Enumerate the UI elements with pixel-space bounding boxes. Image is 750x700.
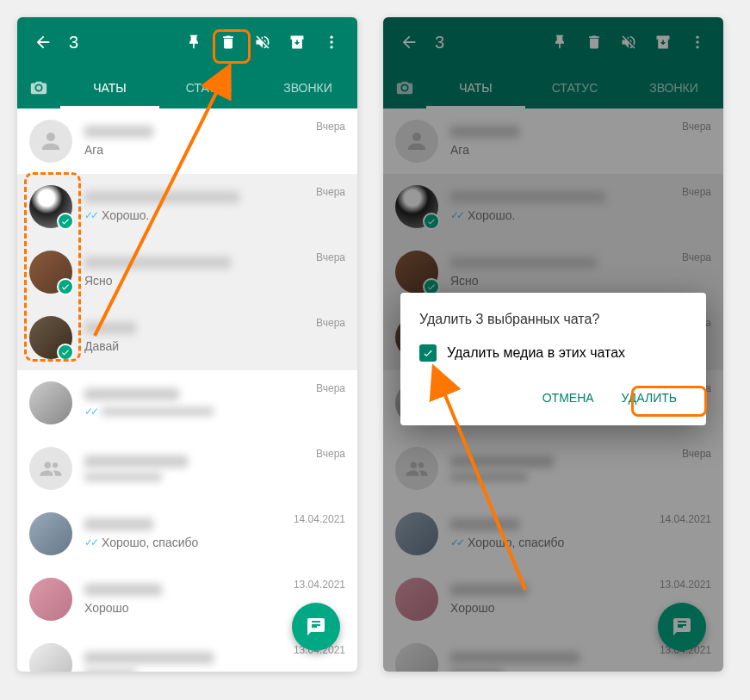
avatar	[29, 185, 72, 228]
chat-item[interactable]: ✓✓Хорошо, спасибо 14.04.2021	[17, 501, 357, 567]
phone-right: 3 ЧАТЫ СТАТУС ЗВОНКИ Ага Вчера	[383, 17, 723, 672]
chat-message: Ясно	[84, 274, 316, 288]
tabs: ЧАТЫ СТАТУС ЗВОНКИ	[17, 67, 357, 108]
cancel-button[interactable]: ОТМЕНА	[532, 382, 604, 413]
chat-time: 13.04.2021	[294, 579, 345, 591]
selection-count: 3	[69, 33, 177, 53]
chat-list[interactable]: Ага Вчера ✓✓Хорошо. Вчера Ясно Вчера	[17, 108, 357, 672]
read-ticks-icon: ✓✓	[84, 209, 96, 221]
chat-time: Вчера	[316, 121, 345, 133]
more-icon[interactable]	[314, 25, 349, 59]
delete-icon[interactable]	[211, 25, 245, 59]
avatar	[29, 578, 72, 621]
avatar	[29, 251, 72, 294]
chat-time: 14.04.2021	[294, 513, 345, 525]
svg-point-1	[330, 40, 332, 43]
delete-media-option[interactable]: Удалить медиа в этих чатах	[419, 344, 687, 362]
selected-check-icon	[57, 344, 74, 361]
chat-message: Ага	[84, 143, 316, 157]
new-chat-fab[interactable]	[292, 603, 340, 651]
avatar	[29, 512, 72, 555]
chat-time: Вчера	[316, 251, 345, 263]
avatar	[29, 447, 72, 490]
chat-message: Хорошо	[84, 601, 294, 615]
chat-item[interactable]: Вчера	[17, 436, 357, 501]
svg-point-4	[45, 462, 52, 469]
avatar	[29, 316, 72, 359]
chat-message: Хорошо.	[102, 208, 149, 222]
avatar	[29, 381, 72, 424]
delete-button[interactable]: УДАЛИТЬ	[611, 382, 687, 413]
svg-point-3	[46, 133, 55, 141]
selection-topbar: 3	[17, 17, 357, 67]
chat-item[interactable]: Ясно Вчера	[17, 239, 357, 305]
chat-time: Вчера	[316, 186, 345, 198]
mute-icon[interactable]	[245, 25, 280, 59]
chat-item[interactable]: Давай Вчера	[17, 305, 357, 370]
chat-message: Давай	[84, 339, 316, 353]
svg-point-0	[330, 36, 332, 39]
camera-tab-icon[interactable]	[17, 78, 60, 97]
chat-item[interactable]: ✓✓ Вчера	[17, 370, 357, 436]
chat-time: Вчера	[316, 317, 345, 329]
tab-status[interactable]: СТАТУС	[159, 67, 258, 108]
archive-icon[interactable]	[280, 25, 314, 59]
checkbox-checked-icon[interactable]	[419, 344, 437, 362]
chat-time: Вчера	[316, 382, 345, 394]
selected-check-icon	[57, 278, 74, 295]
dialog-title: Удалить 3 выбранных чата?	[419, 312, 687, 327]
chat-message: Хорошо, спасибо	[102, 536, 198, 549]
svg-point-5	[53, 462, 58, 468]
svg-point-2	[330, 46, 332, 48]
phone-left: 3 ЧАТЫ СТАТУС ЗВОНКИ	[17, 17, 357, 672]
selected-check-icon	[57, 213, 74, 230]
back-icon[interactable]	[26, 25, 60, 59]
avatar	[29, 120, 72, 163]
pin-icon[interactable]	[177, 25, 211, 59]
chat-time: Вчера	[316, 448, 345, 460]
delete-dialog: Удалить 3 выбранных чата? Удалить медиа …	[400, 293, 706, 425]
chat-item[interactable]: ✓✓Хорошо. Вчера	[17, 174, 357, 239]
tab-calls[interactable]: ЗВОНКИ	[258, 67, 357, 108]
read-ticks-icon: ✓✓	[84, 406, 96, 418]
read-ticks-icon: ✓✓	[84, 536, 96, 548]
checkbox-label: Удалить медиа в этих чатах	[447, 345, 625, 361]
chat-item[interactable]: Ага Вчера	[17, 108, 357, 174]
tab-chats[interactable]: ЧАТЫ	[60, 67, 159, 108]
avatar	[29, 643, 72, 672]
